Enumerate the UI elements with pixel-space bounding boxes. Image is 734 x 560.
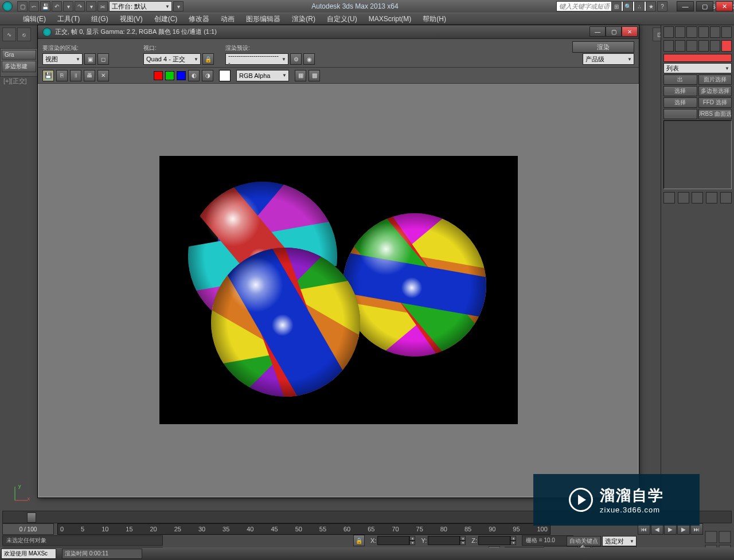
minimize-button[interactable]: —	[677, 1, 694, 11]
print-image-icon[interactable]: 🖶	[84, 70, 95, 81]
hierarchy-tab-icon[interactable]	[686, 26, 697, 38]
workspace-select[interactable]: 工作台: 默认	[109, 1, 172, 11]
menu-create[interactable]: 创建(C)	[149, 13, 184, 25]
redo-icon[interactable]: ↷	[75, 1, 85, 11]
menu-view[interactable]: 视图(V)	[114, 13, 149, 25]
maximize-button[interactable]: ▢	[696, 1, 713, 11]
render-window-maximize[interactable]: ▢	[606, 26, 622, 37]
unlink-tool-icon[interactable]: ⎋	[17, 28, 31, 41]
x-input[interactable]	[377, 536, 409, 545]
time-slider-thumb[interactable]	[27, 512, 36, 523]
sel-btn-5[interactable]: FFD 选择	[698, 97, 732, 108]
preset-setup-icon[interactable]: ⚙	[290, 53, 302, 65]
menu-customize[interactable]: 自定义(U)	[321, 13, 363, 25]
menu-maxscript[interactable]: MAXScript(M)	[363, 13, 417, 25]
clear-image-icon[interactable]: ✕	[97, 70, 109, 81]
preset-select[interactable]: -------------------------	[225, 53, 288, 65]
stack-show-icon[interactable]	[678, 192, 689, 203]
stack-remove-icon[interactable]	[706, 192, 717, 203]
save-image-icon[interactable]: 💾	[42, 70, 54, 81]
alpha-channel-icon[interactable]: ◐	[188, 70, 200, 81]
menu-help[interactable]: 帮助(H)	[417, 13, 452, 25]
menu-tools[interactable]: 工具(T)	[52, 13, 85, 25]
infocenter-4-icon[interactable]: ★	[646, 1, 656, 11]
sel-btn-7[interactable]: NURBS 曲面选择	[698, 109, 732, 119]
undo-icon[interactable]: ↶	[52, 1, 62, 11]
display-tab-icon[interactable]	[710, 26, 720, 38]
lock-selection-icon[interactable]: 🔒	[353, 535, 365, 546]
workspace-extra-icon[interactable]: ▾	[173, 1, 184, 11]
infocenter-help-icon[interactable]: ?	[657, 1, 667, 11]
subcat-6-icon[interactable]	[721, 40, 732, 52]
sel-btn-2[interactable]: 选择	[663, 86, 697, 96]
viewport-lock-icon[interactable]: 🔒	[202, 53, 214, 65]
blue-channel-toggle[interactable]	[177, 71, 186, 80]
menu-edit[interactable]: 编辑(E)	[17, 13, 52, 25]
object-color-swatch[interactable]	[663, 54, 732, 62]
rendered-image	[159, 156, 518, 424]
infocenter-2-icon[interactable]: 🔍	[623, 1, 633, 11]
preset-env-icon[interactable]: ◉	[303, 53, 315, 65]
channel-select[interactable]: RGB Alpha	[236, 70, 289, 81]
stack-config-icon[interactable]	[720, 192, 732, 203]
toggle-overlay-a-icon[interactable]: ▦	[295, 70, 306, 81]
menu-animation[interactable]: 动画	[215, 13, 240, 25]
viewport-label[interactable]: [+][正交]	[3, 77, 27, 85]
green-channel-toggle[interactable]	[165, 71, 174, 80]
copy-image-icon[interactable]: ⎘	[56, 70, 68, 81]
modify-tab-icon[interactable]	[675, 26, 685, 38]
subcat-4-icon[interactable]	[698, 40, 709, 52]
new-file-icon[interactable]: ▢	[17, 1, 28, 11]
link-tool-icon[interactable]: ∿	[2, 28, 16, 41]
undo-dropdown-icon[interactable]: ▾	[63, 1, 73, 11]
link-icon[interactable]: ⫘	[97, 1, 108, 11]
clone-image-icon[interactable]: ⫴	[70, 70, 81, 81]
stack-unique-icon[interactable]	[692, 192, 703, 203]
modifier-list-select[interactable]: 列表	[663, 63, 732, 73]
viewport-select[interactable]: Quad 4 - 正交	[143, 53, 201, 65]
time-ruler[interactable]: 0 5 10 15 20 25 30 35 40 45 50 55 60 65 …	[57, 523, 550, 535]
menu-grapheditor[interactable]: 图形编辑器	[240, 13, 286, 25]
save-file-icon[interactable]: 💾	[40, 1, 50, 11]
toggle-overlay-b-icon[interactable]: ▩	[309, 70, 320, 81]
region-auto-icon[interactable]: ◻	[97, 53, 109, 65]
render-window-minimize[interactable]: —	[589, 26, 606, 37]
subcat-2-icon[interactable]	[675, 40, 685, 52]
region-edit-icon[interactable]: ▣	[84, 53, 96, 65]
open-file-icon[interactable]: ⤺	[29, 1, 39, 11]
sel-btn-4[interactable]: 选择	[663, 97, 697, 108]
subcat-1-icon[interactable]	[663, 40, 674, 52]
z-input[interactable]	[478, 536, 510, 545]
create-tab-icon[interactable]	[663, 26, 674, 38]
motion-tab-icon[interactable]	[698, 26, 709, 38]
frame-display[interactable]: 0 / 100	[2, 523, 54, 535]
menu-modifiers[interactable]: 修改器	[183, 13, 215, 25]
infocenter-1-icon[interactable]: ⊞	[611, 1, 622, 11]
subcat-3-icon[interactable]	[686, 40, 697, 52]
render-window-close[interactable]: ✕	[622, 26, 638, 37]
background-color-swatch[interactable]	[219, 70, 231, 81]
modifier-stack[interactable]	[663, 120, 732, 189]
subcat-5-icon[interactable]	[710, 40, 720, 52]
menu-group[interactable]: 组(G)	[85, 13, 114, 25]
production-select[interactable]: 产品级	[583, 53, 634, 65]
infocenter-3-icon[interactable]: ⛬	[634, 1, 645, 11]
sel-btn-0[interactable]: 出	[663, 75, 697, 85]
ribbon-sub-polymodel[interactable]: 多边形建	[2, 61, 36, 72]
keymode-select[interactable]: 选定对	[602, 536, 637, 546]
sel-btn-3[interactable]: 多边形选择	[698, 86, 732, 96]
render-window-titlebar[interactable]: 正交, 帧 0, 显示 Gamma: 2.2, RGBA 颜色 16 位/通道 …	[38, 25, 639, 39]
redo-dropdown-icon[interactable]: ▾	[86, 1, 96, 11]
ribbon-tab-graphite[interactable]: Gra	[2, 50, 36, 60]
close-button[interactable]: ✕	[716, 1, 733, 11]
menu-render[interactable]: 渲染(R)	[286, 13, 321, 25]
render-button[interactable]: 渲染	[572, 41, 634, 53]
red-channel-toggle[interactable]	[154, 71, 163, 80]
stack-pin-icon[interactable]	[663, 192, 675, 203]
mono-channel-icon[interactable]: ◑	[202, 70, 213, 81]
render-area-select[interactable]: 视图	[42, 53, 83, 65]
utilities-tab-icon[interactable]	[721, 26, 732, 38]
y-input[interactable]	[428, 536, 460, 545]
sel-btn-1[interactable]: 面片选择	[698, 75, 732, 85]
sel-btn-6[interactable]	[663, 109, 697, 119]
